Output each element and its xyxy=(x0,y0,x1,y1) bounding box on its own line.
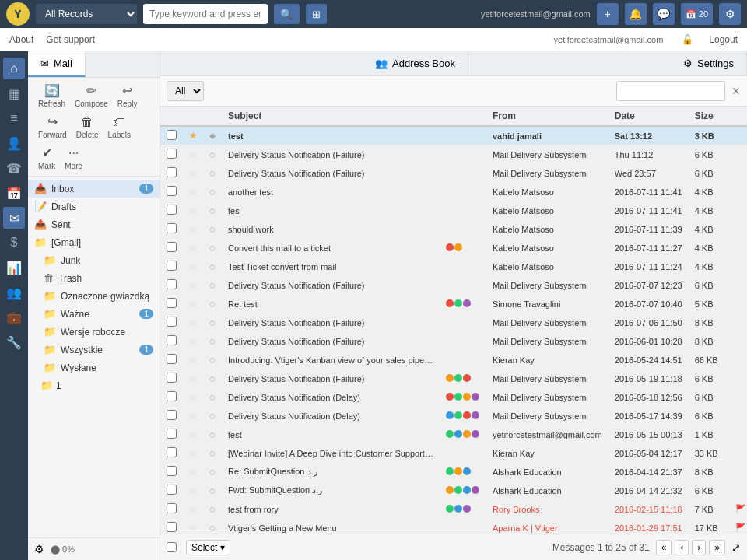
row-subject-cell[interactable]: Fwd: SubmitQuestion ر.د xyxy=(222,481,440,500)
folder-all[interactable]: 📁 Wszystkie 1 xyxy=(28,341,160,359)
mail-search-input[interactable] xyxy=(616,81,725,101)
table-row[interactable]: ☆◇Introducing: Vtiger's Kanban view of y… xyxy=(160,351,747,369)
color-dot[interactable] xyxy=(446,393,454,401)
grid-view-button[interactable]: ⊞ xyxy=(306,4,327,24)
table-row[interactable]: ☆◇test from roryRory Brooks2016-02-15 11… xyxy=(160,500,747,519)
row-subject-cell[interactable]: Delivery Status Notification (Delay) xyxy=(222,388,440,407)
color-dot[interactable] xyxy=(463,411,471,419)
color-dot[interactable] xyxy=(446,243,454,251)
color-dot[interactable] xyxy=(463,430,471,438)
row-star-cell[interactable]: ☆ xyxy=(183,444,203,463)
gear-icon[interactable]: ⚙ xyxy=(34,543,44,555)
row-star-cell[interactable]: ☆ xyxy=(183,500,203,519)
table-row[interactable]: ☆◇Vtiger's Getting a New MenuAparna K | … xyxy=(160,519,747,534)
row-checkbox[interactable] xyxy=(167,335,177,345)
about-link[interactable]: About xyxy=(9,34,33,45)
row-subject-cell[interactable]: Delivery Status Notification (Delay) xyxy=(222,407,440,425)
row-star-cell[interactable]: ☆ xyxy=(183,276,203,295)
folder-sent2[interactable]: 📁 Wysłane xyxy=(28,359,160,376)
mark-button[interactable]: ✔ Mark xyxy=(34,143,59,173)
color-dot[interactable] xyxy=(446,467,454,475)
color-dot[interactable] xyxy=(446,411,454,419)
color-dot[interactable] xyxy=(472,393,479,401)
table-row[interactable]: ☆◇Re: testSimone Travaglini2016-07-07 10… xyxy=(160,295,747,313)
row-star-cell[interactable]: ☆ xyxy=(183,295,203,313)
row-star-cell[interactable]: ☆ xyxy=(183,220,203,239)
logout-link[interactable]: Logout xyxy=(709,34,738,45)
row-checkbox[interactable] xyxy=(167,223,177,233)
row-checkbox[interactable] xyxy=(167,279,177,289)
color-dot[interactable] xyxy=(472,430,479,438)
color-dot[interactable] xyxy=(463,374,471,382)
row-checkbox[interactable] xyxy=(167,186,177,196)
row-star-cell[interactable]: ☆ xyxy=(183,239,203,257)
row-subject-cell[interactable]: Vtiger's Getting a New Menu xyxy=(222,519,440,534)
folder-num1[interactable]: 📁 1 xyxy=(28,376,160,394)
row-star-cell[interactable]: ☆ xyxy=(183,332,203,351)
table-row[interactable]: ☆◇Test Ticket convert from mailKabelo Ma… xyxy=(160,257,747,276)
color-dot[interactable] xyxy=(472,486,479,494)
sidebar-icon-calendar[interactable]: 📅 xyxy=(3,182,25,204)
color-dot[interactable] xyxy=(446,430,454,438)
color-dot[interactable] xyxy=(454,505,462,513)
table-row[interactable]: ☆◇another testKabelo Matsoso2016-07-11 1… xyxy=(160,183,747,201)
labels-button[interactable]: 🏷 Labels xyxy=(104,113,135,142)
row-star-cell[interactable]: ☆ xyxy=(183,183,203,201)
row-checkbox[interactable] xyxy=(167,354,177,364)
row-checkbox[interactable] xyxy=(167,130,177,140)
expand-button[interactable]: ⤢ xyxy=(731,541,741,554)
table-row[interactable]: ☆◇Convert this mail to a ticketKabelo Ma… xyxy=(160,239,747,257)
next-page-button[interactable]: › xyxy=(692,540,706,555)
row-subject-cell[interactable]: test xyxy=(222,425,440,444)
row-checkbox[interactable] xyxy=(167,503,177,513)
tab-settings[interactable]: ⚙ Settings xyxy=(671,51,747,75)
table-row[interactable]: ☆◇Fwd: SubmitQuestion ر.دAlshark Educati… xyxy=(160,481,747,500)
sidebar-icon-mail[interactable]: ✉ xyxy=(3,207,25,229)
row-subject-cell[interactable]: test from rory xyxy=(222,500,440,519)
row-subject-cell[interactable]: [Webinar Invite] A Deep Dive into Custom… xyxy=(222,444,440,463)
row-checkbox[interactable] xyxy=(167,410,177,420)
row-checkbox[interactable] xyxy=(167,447,177,457)
select-all-checkbox[interactable] xyxy=(167,542,177,552)
row-subject-cell[interactable]: Delivery Status Notification (Failure) xyxy=(222,276,440,295)
sidebar-icon-chart[interactable]: 📊 xyxy=(3,257,25,278)
delete-button[interactable]: 🗑 Delete xyxy=(72,113,103,142)
get-support-link[interactable]: Get support xyxy=(46,34,95,45)
settings-cog-button[interactable]: ⚙ xyxy=(719,3,741,25)
table-row[interactable]: ☆◇Delivery Status Notification (Delay)Ma… xyxy=(160,407,747,425)
row-star-cell[interactable]: ☆ xyxy=(183,463,203,481)
row-star-cell[interactable]: ☆ xyxy=(183,481,203,500)
table-row[interactable]: ☆◇Delivery Status Notification (Delay)Ma… xyxy=(160,388,747,407)
row-subject-cell[interactable]: another test xyxy=(222,183,440,201)
row-subject-cell[interactable]: Convert this mail to a ticket xyxy=(222,239,440,257)
color-dot[interactable] xyxy=(463,505,471,513)
row-checkbox[interactable] xyxy=(167,466,177,476)
row-checkbox[interactable] xyxy=(167,205,177,215)
table-row[interactable]: ☆◇Delivery Status Notification (Failure)… xyxy=(160,313,747,332)
row-checkbox[interactable] xyxy=(167,391,177,401)
prev-page-button[interactable]: ‹ xyxy=(675,540,689,555)
folder-versions[interactable]: 📁 Wersje robocze xyxy=(28,323,160,341)
row-checkbox[interactable] xyxy=(167,298,177,308)
folder-important[interactable]: 📁 Ważne 1 xyxy=(28,305,160,323)
row-star-cell[interactable]: ☆ xyxy=(183,145,203,164)
row-subject-cell[interactable]: Delivery Status Notification (Failure) xyxy=(222,313,440,332)
row-subject-cell[interactable]: Re: SubmitQuestion ر.د xyxy=(222,463,440,481)
table-row[interactable]: ☆◇Delivery Status Notification (Failure)… xyxy=(160,332,747,351)
color-dot[interactable] xyxy=(463,393,471,401)
row-checkbox[interactable] xyxy=(167,373,177,383)
color-dot[interactable] xyxy=(463,299,471,307)
global-search-input[interactable] xyxy=(143,4,268,24)
table-row[interactable]: ☆◇should workKabelo Matsoso2016-07-11 11… xyxy=(160,220,747,239)
row-subject-cell[interactable]: Test Ticket convert from mail xyxy=(222,257,440,276)
color-dot[interactable] xyxy=(446,374,454,382)
table-row[interactable]: ☆◇Delivery Status Notification (Failure)… xyxy=(160,369,747,388)
row-checkbox[interactable] xyxy=(167,485,177,495)
select-dropdown-button[interactable]: Select ▾ xyxy=(186,540,230,555)
row-checkbox[interactable] xyxy=(167,167,177,177)
color-dot[interactable] xyxy=(454,374,462,382)
folder-junk[interactable]: 📁 Junk xyxy=(28,251,160,269)
more-button[interactable]: ··· More xyxy=(61,144,86,173)
tab-address-book[interactable]: 👥 Address Book xyxy=(363,51,468,75)
row-star-cell[interactable]: ☆ xyxy=(183,388,203,407)
